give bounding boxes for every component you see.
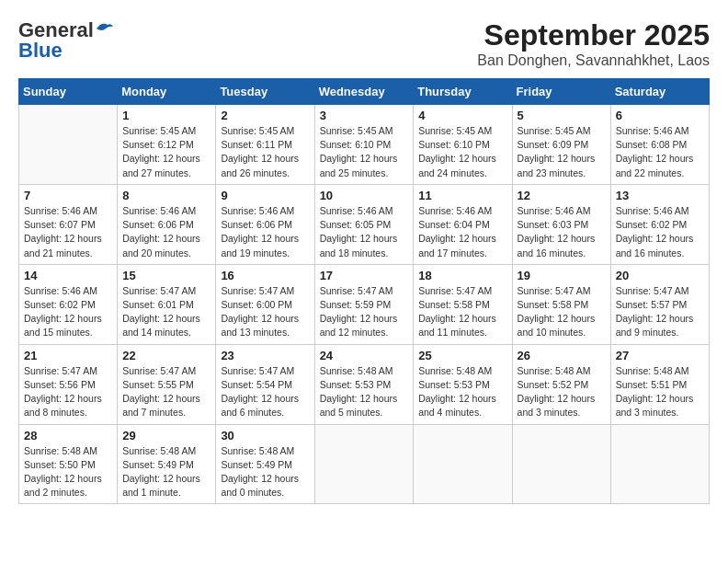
day-number: 4 [418,109,506,122]
calendar-cell: 2Sunrise: 5:45 AM Sunset: 6:11 PM Daylig… [216,105,314,185]
calendar-cell [512,424,610,504]
day-info: Sunrise: 5:48 AM Sunset: 5:49 PM Dayligh… [221,444,309,500]
day-info: Sunrise: 5:46 AM Sunset: 6:08 PM Dayligh… [616,124,704,180]
day-number: 2 [221,109,309,122]
day-info: Sunrise: 5:48 AM Sunset: 5:53 PM Dayligh… [418,364,506,420]
calendar-cell: 8Sunrise: 5:46 AM Sunset: 6:06 PM Daylig… [118,184,216,264]
header-wednesday: Wednesday [314,79,414,105]
calendar-cell: 11Sunrise: 5:46 AM Sunset: 6:04 PM Dayli… [414,184,512,264]
day-number: 16 [221,269,309,282]
day-info: Sunrise: 5:48 AM Sunset: 5:52 PM Dayligh… [518,364,606,420]
calendar-cell [610,424,709,504]
day-info: Sunrise: 5:47 AM Sunset: 6:00 PM Dayligh… [221,284,309,340]
day-number: 19 [518,269,606,282]
day-number: 25 [418,349,506,362]
day-number: 28 [24,429,112,442]
day-info: Sunrise: 5:46 AM Sunset: 6:07 PM Dayligh… [24,204,112,260]
day-number: 24 [320,349,409,362]
calendar-cell: 16Sunrise: 5:47 AM Sunset: 6:00 PM Dayli… [216,264,314,344]
day-number: 10 [320,189,409,202]
day-info: Sunrise: 5:48 AM Sunset: 5:49 PM Dayligh… [122,444,210,500]
calendar-table: SundayMondayTuesdayWednesdayThursdayFrid… [18,78,710,504]
day-number: 8 [122,189,210,202]
calendar-cell: 5Sunrise: 5:45 AM Sunset: 6:09 PM Daylig… [512,105,610,185]
calendar-cell [314,424,414,504]
calendar-cell: 15Sunrise: 5:47 AM Sunset: 6:01 PM Dayli… [118,264,216,344]
day-info: Sunrise: 5:46 AM Sunset: 6:02 PM Dayligh… [24,284,112,340]
day-number: 30 [221,429,309,442]
calendar-cell: 28Sunrise: 5:48 AM Sunset: 5:50 PM Dayli… [19,424,118,504]
day-info: Sunrise: 5:46 AM Sunset: 6:04 PM Dayligh… [418,204,506,260]
day-info: Sunrise: 5:46 AM Sunset: 6:05 PM Dayligh… [320,204,409,260]
calendar-cell: 4Sunrise: 5:45 AM Sunset: 6:10 PM Daylig… [414,105,512,185]
day-number: 20 [616,269,704,282]
day-number: 12 [518,189,606,202]
day-info: Sunrise: 5:45 AM Sunset: 6:12 PM Dayligh… [122,124,210,180]
day-number: 22 [122,349,210,362]
day-info: Sunrise: 5:47 AM Sunset: 5:55 PM Dayligh… [122,364,210,420]
header-sunday: Sunday [19,79,118,105]
calendar-cell: 30Sunrise: 5:48 AM Sunset: 5:49 PM Dayli… [216,424,314,504]
day-info: Sunrise: 5:47 AM Sunset: 5:59 PM Dayligh… [320,284,409,340]
day-number: 13 [616,189,704,202]
day-number: 26 [518,349,606,362]
calendar-header-row: SundayMondayTuesdayWednesdayThursdayFrid… [19,79,710,105]
calendar-cell: 24Sunrise: 5:48 AM Sunset: 5:53 PM Dayli… [314,344,414,424]
page-header: General Blue September 2025 Ban Donghen,… [18,18,710,69]
calendar-cell: 6Sunrise: 5:46 AM Sunset: 6:08 PM Daylig… [610,105,709,185]
day-number: 11 [418,189,506,202]
calendar-week-row: 28Sunrise: 5:48 AM Sunset: 5:50 PM Dayli… [19,424,710,504]
calendar-week-row: 14Sunrise: 5:46 AM Sunset: 6:02 PM Dayli… [19,264,710,344]
calendar-cell: 29Sunrise: 5:48 AM Sunset: 5:49 PM Dayli… [118,424,216,504]
calendar-cell: 9Sunrise: 5:46 AM Sunset: 6:06 PM Daylig… [216,184,314,264]
calendar-cell: 25Sunrise: 5:48 AM Sunset: 5:53 PM Dayli… [414,344,512,424]
calendar-cell: 20Sunrise: 5:47 AM Sunset: 5:57 PM Dayli… [610,264,709,344]
day-info: Sunrise: 5:48 AM Sunset: 5:51 PM Dayligh… [616,364,704,420]
calendar-cell: 14Sunrise: 5:46 AM Sunset: 6:02 PM Dayli… [19,264,118,344]
day-number: 15 [122,269,210,282]
day-info: Sunrise: 5:47 AM Sunset: 5:56 PM Dayligh… [24,364,112,420]
day-info: Sunrise: 5:45 AM Sunset: 6:09 PM Dayligh… [518,124,606,180]
calendar-cell: 10Sunrise: 5:46 AM Sunset: 6:05 PM Dayli… [314,184,414,264]
calendar-cell: 13Sunrise: 5:46 AM Sunset: 6:02 PM Dayli… [610,184,709,264]
day-number: 23 [221,349,309,362]
day-number: 9 [221,189,309,202]
page-title: September 2025 [477,18,710,52]
day-info: Sunrise: 5:48 AM Sunset: 5:50 PM Dayligh… [24,444,112,500]
calendar-cell: 23Sunrise: 5:47 AM Sunset: 5:54 PM Dayli… [216,344,314,424]
calendar-week-row: 7Sunrise: 5:46 AM Sunset: 6:07 PM Daylig… [19,184,710,264]
header-saturday: Saturday [610,79,709,105]
logo-bird-icon [95,21,115,36]
day-info: Sunrise: 5:46 AM Sunset: 6:06 PM Dayligh… [221,204,309,260]
day-number: 7 [24,189,112,202]
calendar-cell [414,424,512,504]
calendar-cell: 12Sunrise: 5:46 AM Sunset: 6:03 PM Dayli… [512,184,610,264]
calendar-cell: 3Sunrise: 5:45 AM Sunset: 6:10 PM Daylig… [314,105,414,185]
day-info: Sunrise: 5:47 AM Sunset: 6:01 PM Dayligh… [122,284,210,340]
logo-blue: Blue [18,39,63,63]
calendar-cell: 26Sunrise: 5:48 AM Sunset: 5:52 PM Dayli… [512,344,610,424]
day-info: Sunrise: 5:45 AM Sunset: 6:10 PM Dayligh… [320,124,409,180]
calendar-cell: 1Sunrise: 5:45 AM Sunset: 6:12 PM Daylig… [118,105,216,185]
logo: General Blue [18,18,115,63]
header-monday: Monday [118,79,216,105]
header-thursday: Thursday [414,79,512,105]
day-info: Sunrise: 5:46 AM Sunset: 6:03 PM Dayligh… [518,204,606,260]
day-info: Sunrise: 5:46 AM Sunset: 6:06 PM Dayligh… [122,204,210,260]
day-info: Sunrise: 5:47 AM Sunset: 5:54 PM Dayligh… [221,364,309,420]
day-info: Sunrise: 5:45 AM Sunset: 6:11 PM Dayligh… [221,124,309,180]
calendar-cell [19,105,118,185]
calendar-cell: 22Sunrise: 5:47 AM Sunset: 5:55 PM Dayli… [118,344,216,424]
day-number: 14 [24,269,112,282]
day-number: 1 [122,109,210,122]
day-info: Sunrise: 5:46 AM Sunset: 6:02 PM Dayligh… [616,204,704,260]
calendar-week-row: 1Sunrise: 5:45 AM Sunset: 6:12 PM Daylig… [19,105,710,185]
day-number: 6 [616,109,704,122]
day-info: Sunrise: 5:47 AM Sunset: 5:58 PM Dayligh… [418,284,506,340]
day-number: 17 [320,269,409,282]
day-info: Sunrise: 5:48 AM Sunset: 5:53 PM Dayligh… [320,364,409,420]
header-friday: Friday [512,79,610,105]
day-info: Sunrise: 5:47 AM Sunset: 5:58 PM Dayligh… [518,284,606,340]
page-subtitle: Ban Donghen, Savannahkhet, Laos [477,52,710,69]
header-tuesday: Tuesday [216,79,314,105]
